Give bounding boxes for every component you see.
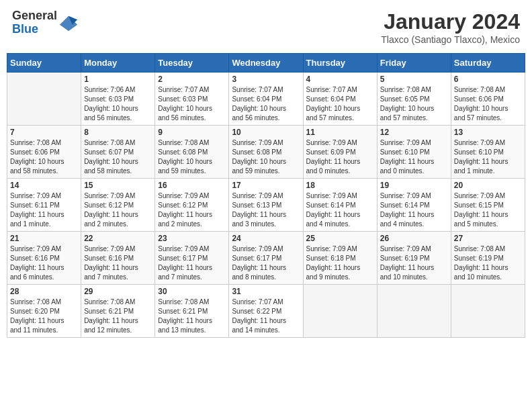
weekday-header-cell: Wednesday xyxy=(229,54,303,73)
calendar-day-cell: 13Sunrise: 7:09 AMSunset: 6:10 PMDayligh… xyxy=(451,126,525,179)
day-info: Sunrise: 7:07 AMSunset: 6:22 PMDaylight:… xyxy=(232,298,300,335)
day-number: 4 xyxy=(306,75,374,84)
calendar-day-cell: 4Sunrise: 7:07 AMSunset: 6:04 PMDaylight… xyxy=(303,73,377,126)
day-number: 20 xyxy=(454,181,522,190)
page-header: General Blue January 2024 Tlaxco (Santia… xyxy=(7,7,525,48)
day-info: Sunrise: 7:09 AMSunset: 6:18 PMDaylight:… xyxy=(306,244,374,282)
day-number: 16 xyxy=(158,181,226,190)
day-number: 2 xyxy=(158,75,226,84)
day-number: 29 xyxy=(84,287,152,296)
calendar-week-row: 14Sunrise: 7:09 AMSunset: 6:11 PMDayligh… xyxy=(7,179,525,232)
calendar-day-cell: 25Sunrise: 7:09 AMSunset: 6:18 PMDayligh… xyxy=(303,232,377,285)
day-info: Sunrise: 7:08 AMSunset: 6:08 PMDaylight:… xyxy=(158,138,226,176)
calendar-day-cell: 14Sunrise: 7:09 AMSunset: 6:11 PMDayligh… xyxy=(7,179,81,232)
calendar-day-cell: 3Sunrise: 7:07 AMSunset: 6:04 PMDaylight… xyxy=(229,73,303,126)
day-number: 9 xyxy=(158,128,226,137)
weekday-header-cell: Tuesday xyxy=(155,54,229,73)
logo: General Blue xyxy=(12,9,79,36)
day-number: 23 xyxy=(158,234,226,243)
calendar-day-cell: 18Sunrise: 7:09 AMSunset: 6:14 PMDayligh… xyxy=(303,179,377,232)
weekday-header-cell: Friday xyxy=(377,54,451,73)
svg-marker-0 xyxy=(60,16,77,31)
weekday-header-cell: Sunday xyxy=(7,54,81,73)
day-info: Sunrise: 7:09 AMSunset: 6:10 PMDaylight:… xyxy=(380,138,448,176)
calendar-day-cell: 6Sunrise: 7:08 AMSunset: 6:06 PMDaylight… xyxy=(451,73,525,126)
day-number: 14 xyxy=(10,181,78,190)
calendar-day-cell: 31Sunrise: 7:07 AMSunset: 6:22 PMDayligh… xyxy=(229,285,303,338)
calendar-day-cell: 29Sunrise: 7:08 AMSunset: 6:21 PMDayligh… xyxy=(81,285,155,338)
day-info: Sunrise: 7:09 AMSunset: 6:15 PMDaylight:… xyxy=(454,191,522,229)
day-number: 11 xyxy=(306,128,374,137)
day-info: Sunrise: 7:09 AMSunset: 6:09 PMDaylight:… xyxy=(306,138,374,176)
calendar-day-cell: 5Sunrise: 7:08 AMSunset: 6:05 PMDaylight… xyxy=(377,73,451,126)
day-number: 26 xyxy=(380,234,448,243)
day-number: 7 xyxy=(10,128,78,137)
day-info: Sunrise: 7:07 AMSunset: 6:04 PMDaylight:… xyxy=(232,85,300,123)
day-info: Sunrise: 7:09 AMSunset: 6:12 PMDaylight:… xyxy=(158,191,226,229)
day-number: 19 xyxy=(380,181,448,190)
calendar-week-row: 21Sunrise: 7:09 AMSunset: 6:16 PMDayligh… xyxy=(7,232,525,285)
calendar-day-cell xyxy=(377,285,451,338)
location-subtitle: Tlaxco (Santiago Tlaxco), Mexico xyxy=(381,34,520,45)
day-number: 6 xyxy=(454,75,522,84)
day-number: 12 xyxy=(380,128,448,137)
day-number: 8 xyxy=(84,128,152,137)
day-number: 3 xyxy=(232,75,300,84)
day-number: 31 xyxy=(232,287,300,296)
day-number: 21 xyxy=(10,234,78,243)
calendar-day-cell: 26Sunrise: 7:09 AMSunset: 6:19 PMDayligh… xyxy=(377,232,451,285)
calendar-day-cell: 20Sunrise: 7:09 AMSunset: 6:15 PMDayligh… xyxy=(451,179,525,232)
calendar-day-cell: 16Sunrise: 7:09 AMSunset: 6:12 PMDayligh… xyxy=(155,179,229,232)
day-info: Sunrise: 7:08 AMSunset: 6:06 PMDaylight:… xyxy=(454,85,522,123)
calendar-day-cell: 9Sunrise: 7:08 AMSunset: 6:08 PMDaylight… xyxy=(155,126,229,179)
weekday-header-cell: Thursday xyxy=(303,54,377,73)
weekday-header-cell: Monday xyxy=(81,54,155,73)
calendar-day-cell: 2Sunrise: 7:07 AMSunset: 6:03 PMDaylight… xyxy=(155,73,229,126)
day-info: Sunrise: 7:07 AMSunset: 6:03 PMDaylight:… xyxy=(158,85,226,123)
title-block: January 2024 Tlaxco (Santiago Tlaxco), M… xyxy=(381,9,520,45)
weekday-header-row: SundayMondayTuesdayWednesdayThursdayFrid… xyxy=(7,54,525,73)
calendar-day-cell: 19Sunrise: 7:09 AMSunset: 6:14 PMDayligh… xyxy=(377,179,451,232)
calendar-day-cell: 11Sunrise: 7:09 AMSunset: 6:09 PMDayligh… xyxy=(303,126,377,179)
month-year-title: January 2024 xyxy=(381,9,520,34)
day-info: Sunrise: 7:09 AMSunset: 6:16 PMDaylight:… xyxy=(84,244,152,282)
day-info: Sunrise: 7:08 AMSunset: 6:05 PMDaylight:… xyxy=(380,85,448,123)
calendar-day-cell: 12Sunrise: 7:09 AMSunset: 6:10 PMDayligh… xyxy=(377,126,451,179)
calendar-day-cell xyxy=(451,285,525,338)
day-info: Sunrise: 7:09 AMSunset: 6:11 PMDaylight:… xyxy=(10,191,78,229)
logo-icon xyxy=(60,13,79,32)
day-number: 27 xyxy=(454,234,522,243)
calendar-day-cell: 17Sunrise: 7:09 AMSunset: 6:13 PMDayligh… xyxy=(229,179,303,232)
logo-text: General Blue xyxy=(12,9,57,36)
calendar-day-cell: 1Sunrise: 7:06 AMSunset: 6:03 PMDaylight… xyxy=(81,73,155,126)
day-info: Sunrise: 7:09 AMSunset: 6:17 PMDaylight:… xyxy=(158,244,226,282)
day-number: 22 xyxy=(84,234,152,243)
calendar-day-cell: 27Sunrise: 7:08 AMSunset: 6:19 PMDayligh… xyxy=(451,232,525,285)
day-info: Sunrise: 7:08 AMSunset: 6:06 PMDaylight:… xyxy=(10,138,78,176)
calendar-week-row: 7Sunrise: 7:08 AMSunset: 6:06 PMDaylight… xyxy=(7,126,525,179)
calendar-day-cell: 23Sunrise: 7:09 AMSunset: 6:17 PMDayligh… xyxy=(155,232,229,285)
day-number: 5 xyxy=(380,75,448,84)
day-info: Sunrise: 7:09 AMSunset: 6:12 PMDaylight:… xyxy=(84,191,152,229)
day-info: Sunrise: 7:06 AMSunset: 6:03 PMDaylight:… xyxy=(84,85,152,123)
day-number: 24 xyxy=(232,234,300,243)
calendar-day-cell: 30Sunrise: 7:08 AMSunset: 6:21 PMDayligh… xyxy=(155,285,229,338)
calendar-day-cell: 8Sunrise: 7:08 AMSunset: 6:07 PMDaylight… xyxy=(81,126,155,179)
calendar-day-cell xyxy=(303,285,377,338)
calendar-day-cell: 10Sunrise: 7:09 AMSunset: 6:08 PMDayligh… xyxy=(229,126,303,179)
day-info: Sunrise: 7:08 AMSunset: 6:21 PMDaylight:… xyxy=(84,298,152,335)
calendar-day-cell: 7Sunrise: 7:08 AMSunset: 6:06 PMDaylight… xyxy=(7,126,81,179)
day-number: 10 xyxy=(232,128,300,137)
day-info: Sunrise: 7:08 AMSunset: 6:21 PMDaylight:… xyxy=(158,298,226,335)
day-number: 1 xyxy=(84,75,152,84)
day-info: Sunrise: 7:07 AMSunset: 6:04 PMDaylight:… xyxy=(306,85,374,123)
calendar-day-cell xyxy=(7,73,81,126)
calendar-day-cell: 24Sunrise: 7:09 AMSunset: 6:17 PMDayligh… xyxy=(229,232,303,285)
day-number: 13 xyxy=(454,128,522,137)
day-info: Sunrise: 7:08 AMSunset: 6:07 PMDaylight:… xyxy=(84,138,152,176)
logo-blue: Blue xyxy=(12,23,57,36)
day-info: Sunrise: 7:09 AMSunset: 6:17 PMDaylight:… xyxy=(232,244,300,282)
day-number: 15 xyxy=(84,181,152,190)
day-number: 30 xyxy=(158,287,226,296)
day-number: 18 xyxy=(306,181,374,190)
